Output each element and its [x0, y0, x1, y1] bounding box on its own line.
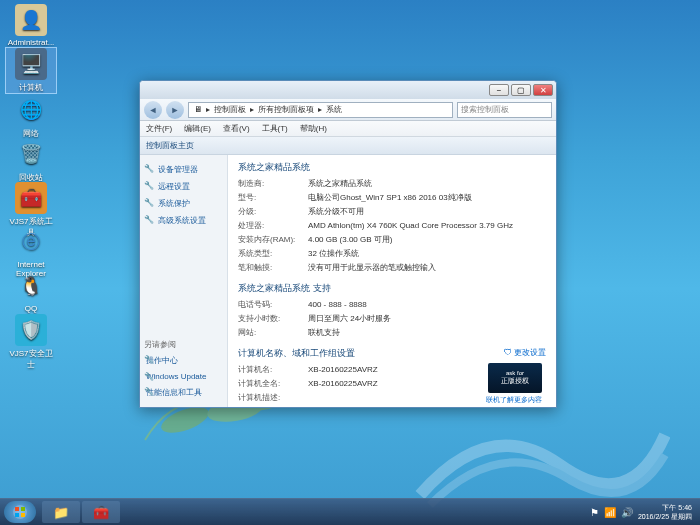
- genuine-badge[interactable]: ask for 正版授权: [488, 363, 542, 393]
- tray-clock[interactable]: 下午 5:46 2016/2/25 星期四: [638, 503, 692, 521]
- menu-view[interactable]: 查看(V): [223, 123, 250, 134]
- menu-edit[interactable]: 编辑(E): [184, 123, 211, 134]
- search-input[interactable]: 搜索控制面板: [457, 102, 552, 118]
- breadcrumb[interactable]: 🖥 ▸控制面板 ▸所有控制面板项 ▸系统: [188, 102, 453, 118]
- task-explorer[interactable]: 📁: [42, 501, 80, 523]
- wallpaper-swirl: [410, 395, 670, 515]
- tray-volume-icon[interactable]: 🔊: [621, 507, 633, 518]
- menu-file[interactable]: 文件(F): [146, 123, 172, 134]
- section-support-title: 系统之家精品系统 支持: [238, 282, 546, 295]
- desktop-icon-qq[interactable]: 🐧QQ: [6, 270, 56, 313]
- desktop-icon-safe[interactable]: 🛡️VJS7安全卫士: [6, 314, 56, 370]
- forward-button[interactable]: ►: [166, 101, 184, 119]
- desktop-icon-admin[interactable]: 👤Administrat...: [6, 4, 56, 47]
- sidebar-device-manager[interactable]: 设备管理器: [144, 161, 223, 178]
- maximize-button[interactable]: ▢: [511, 84, 531, 96]
- sidebar: 设备管理器 远程设置 系统保护 高级系统设置 另请参阅 操作中心 Windows…: [140, 155, 228, 407]
- system-window: − ▢ ✕ ◄ ► 🖥 ▸控制面板 ▸所有控制面板项 ▸系统 搜索控制面板 文件…: [139, 80, 557, 408]
- back-button[interactable]: ◄: [144, 101, 162, 119]
- menu-help[interactable]: 帮助(H): [300, 123, 327, 134]
- menu-tools[interactable]: 工具(T): [262, 123, 288, 134]
- genuine-learn-more-link[interactable]: 联机了解更多内容: [486, 395, 542, 405]
- rating-link[interactable]: 系统分级不可用: [308, 206, 546, 218]
- system-tray: ⚑ 📶 🔊 下午 5:46 2016/2/25 星期四: [590, 503, 696, 521]
- see-also-heading: 另请参阅: [144, 339, 223, 350]
- titlebar: − ▢ ✕: [140, 81, 556, 99]
- tray-flag-icon[interactable]: ⚑: [590, 507, 599, 518]
- menu-bar: 文件(F) 编辑(E) 查看(V) 工具(T) 帮助(H): [140, 121, 556, 137]
- desktop-icon-network[interactable]: 🌐网络: [6, 94, 56, 139]
- toolbar: 控制面板主页: [140, 137, 556, 155]
- nav-bar: ◄ ► 🖥 ▸控制面板 ▸所有控制面板项 ▸系统 搜索控制面板: [140, 99, 556, 121]
- start-button[interactable]: [4, 501, 36, 523]
- sidebar-protection[interactable]: 系统保护: [144, 195, 223, 212]
- content-pane: 系统之家精品系统 制造商:系统之家精品系统 型号:电脑公司Ghost_Win7 …: [228, 155, 556, 407]
- sidebar-windows-update[interactable]: Windows Update: [144, 369, 223, 384]
- sidebar-advanced[interactable]: 高级系统设置: [144, 212, 223, 229]
- section-system-title: 系统之家精品系统: [238, 161, 546, 174]
- desktop-icon-recycle[interactable]: 🗑️回收站: [6, 138, 56, 183]
- desktop-icon-computer[interactable]: 🖥️计算机: [6, 48, 56, 93]
- change-settings-link[interactable]: 🛡 更改设置: [504, 347, 546, 358]
- section-name-title: 计算机名称、域和工作组设置: [238, 347, 546, 360]
- svg-rect-3: [15, 507, 19, 511]
- sidebar-performance[interactable]: 性能信息和工具: [144, 384, 223, 401]
- task-tools[interactable]: 🧰: [82, 501, 120, 523]
- svg-rect-5: [15, 513, 19, 517]
- close-button[interactable]: ✕: [533, 84, 553, 96]
- minimize-button[interactable]: −: [489, 84, 509, 96]
- control-panel-home-link[interactable]: 控制面板主页: [146, 140, 194, 151]
- taskbar: 📁 🧰 ⚑ 📶 🔊 下午 5:46 2016/2/25 星期四: [0, 498, 700, 525]
- online-support-link[interactable]: 联机支持: [308, 327, 546, 339]
- svg-rect-6: [21, 513, 25, 517]
- breadcrumb-icon: 🖥: [194, 105, 202, 114]
- tray-network-icon[interactable]: 📶: [604, 507, 616, 518]
- sidebar-action-center[interactable]: 操作中心: [144, 352, 223, 369]
- sidebar-remote[interactable]: 远程设置: [144, 178, 223, 195]
- svg-rect-4: [21, 507, 25, 511]
